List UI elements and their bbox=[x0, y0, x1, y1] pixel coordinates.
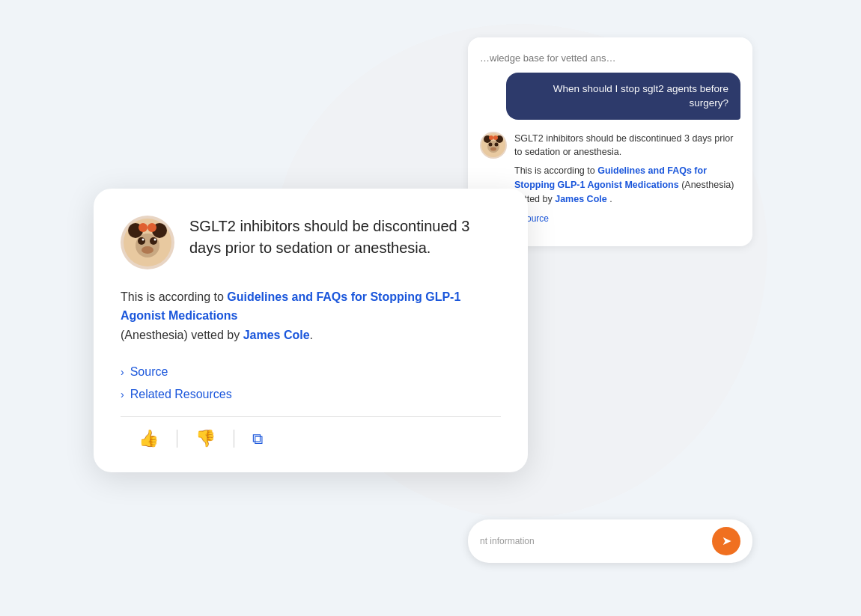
svg-point-18 bbox=[139, 223, 147, 232]
svg-point-15 bbox=[142, 238, 144, 240]
send-icon: ➤ bbox=[722, 534, 731, 548]
author-link-small[interactable]: James Cole bbox=[555, 194, 606, 204]
panda-avatar-large-svg bbox=[121, 216, 174, 269]
related-resources-expand-row[interactable]: › Related Resources bbox=[121, 388, 501, 401]
source-chevron-icon: › bbox=[121, 366, 124, 378]
action-row: 👍 👎 ⧉ bbox=[121, 429, 501, 448]
card-header: SGLT2 inhibitors should be discontinued … bbox=[121, 216, 501, 269]
user-chat-bubble: When should I stop sglt2 agents before s… bbox=[506, 73, 740, 120]
svg-point-8 bbox=[493, 135, 498, 140]
thumbs-down-button[interactable]: 👎 bbox=[177, 429, 234, 448]
svg-point-17 bbox=[142, 246, 153, 254]
svg-point-14 bbox=[150, 237, 157, 245]
scene: …wledge base for vetted ans… When should… bbox=[94, 24, 767, 593]
source-expand-row[interactable]: › Source bbox=[121, 365, 501, 379]
thumbs-up-button[interactable]: 👍 bbox=[121, 429, 177, 448]
bot-avatar-small bbox=[480, 132, 507, 159]
copy-icon: ⧉ bbox=[252, 430, 263, 448]
svg-point-7 bbox=[489, 135, 493, 140]
chat-fade-overlay bbox=[468, 37, 752, 61]
input-placeholder-text: nt information bbox=[480, 536, 535, 546]
svg-point-13 bbox=[138, 237, 145, 245]
svg-point-6 bbox=[490, 147, 496, 150]
panda-avatar-svg bbox=[480, 132, 507, 159]
send-button[interactable]: ➤ bbox=[712, 527, 740, 555]
bot-avatar-large bbox=[121, 216, 174, 269]
svg-point-5 bbox=[495, 142, 499, 146]
source-label: Source bbox=[130, 365, 168, 379]
main-answer-card: SGLT2 inhibitors should be discontinued … bbox=[94, 189, 528, 473]
card-divider bbox=[121, 416, 501, 417]
thumbs-up-icon: 👍 bbox=[139, 429, 159, 448]
attribution-block: This is according to Guidelines and FAQs… bbox=[121, 287, 501, 345]
thumbs-down-icon: 👎 bbox=[195, 429, 216, 448]
svg-point-4 bbox=[489, 142, 493, 146]
main-answer-text: SGLT2 inhibitors should be discontinued … bbox=[189, 216, 501, 259]
related-chevron-icon: › bbox=[121, 388, 124, 400]
svg-point-12 bbox=[136, 234, 159, 257]
copy-button[interactable]: ⧉ bbox=[234, 430, 281, 448]
svg-point-19 bbox=[147, 223, 156, 232]
chat-input-bar: nt information ➤ bbox=[468, 519, 752, 563]
author-link-main[interactable]: James Cole bbox=[243, 329, 310, 341]
svg-point-16 bbox=[154, 238, 156, 240]
svg-point-3 bbox=[487, 141, 499, 153]
related-label: Related Resources bbox=[130, 388, 232, 401]
bot-response-text: SGLT2 inhibitors should be discontinued … bbox=[514, 132, 740, 226]
source-expand-small[interactable]: › Source bbox=[514, 212, 740, 225]
